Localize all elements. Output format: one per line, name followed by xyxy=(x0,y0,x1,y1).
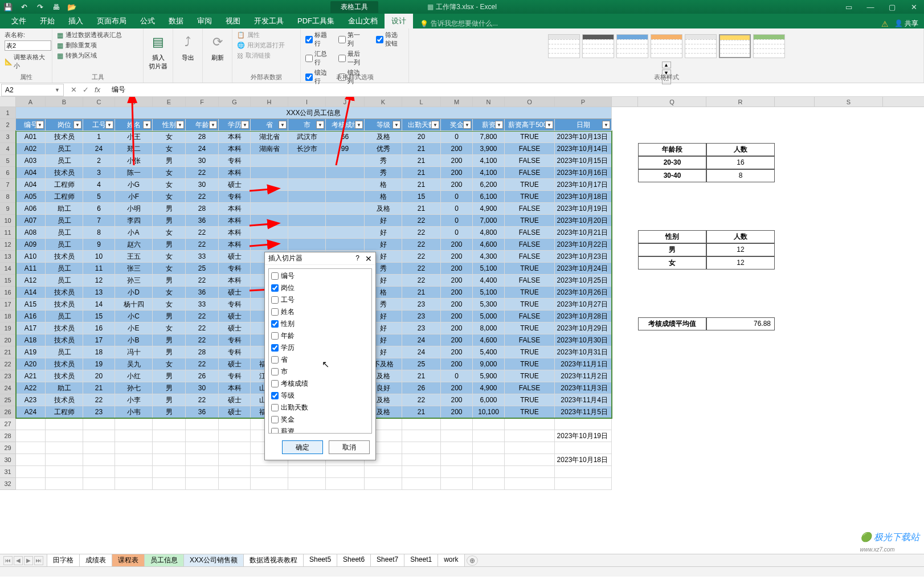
table-header-cell[interactable]: 姓名▼ xyxy=(115,119,153,131)
table-cell[interactable]: 21 xyxy=(402,370,441,382)
row-header[interactable]: 24 xyxy=(0,382,16,394)
table-cell[interactable]: A07 xyxy=(16,215,46,227)
table-cell[interactable]: 李四 xyxy=(115,215,153,227)
table-cell[interactable]: 21 xyxy=(402,143,441,155)
table-cell[interactable]: 28 xyxy=(186,131,219,143)
sheet-tab[interactable]: 员工信息 xyxy=(144,554,184,567)
table-cell[interactable]: TRUE xyxy=(505,191,555,203)
table-cell[interactable]: 小C xyxy=(115,311,153,322)
table-header-cell[interactable]: 年龄▼ xyxy=(186,119,219,131)
resize-table-button[interactable]: 📐 调整表格大小 xyxy=(5,53,47,70)
row-header[interactable]: 13 xyxy=(0,251,16,263)
table-cell[interactable]: 200 xyxy=(441,394,473,406)
table-cell[interactable]: 格 xyxy=(365,191,402,203)
qat-redo-icon[interactable]: ↷ xyxy=(34,1,46,13)
filter-dropdown-icon[interactable]: ▼ xyxy=(209,121,217,129)
table-cell[interactable]: 硕士 xyxy=(219,406,251,418)
ribbon-options-icon[interactable]: ▭ xyxy=(839,0,859,14)
table-cell[interactable]: A23 xyxy=(16,394,46,406)
table-cell[interactable]: 6,200 xyxy=(473,179,505,191)
table-cell[interactable]: 19 xyxy=(83,358,115,370)
table-header-cell[interactable]: 考核成绩▼ xyxy=(326,119,365,131)
filter-dropdown-icon[interactable]: ▼ xyxy=(73,121,81,129)
table-cell[interactable] xyxy=(288,227,326,239)
table-cell[interactable]: 小韦 xyxy=(115,406,153,418)
table-cell[interactable]: 员工 xyxy=(46,263,83,275)
table-cell[interactable]: 小G xyxy=(115,179,153,191)
table-cell[interactable]: 0 xyxy=(441,203,473,215)
table-cell[interactable]: 22 xyxy=(186,334,219,346)
table-cell[interactable]: 13 xyxy=(83,287,115,299)
table-cell[interactable]: 10 xyxy=(83,251,115,263)
table-cell[interactable]: 21 xyxy=(402,167,441,179)
table-cell[interactable]: 专科 xyxy=(219,155,251,167)
table-cell[interactable]: 200 xyxy=(441,382,473,394)
table-header-cell[interactable]: 编号▼ xyxy=(16,119,46,131)
table-cell[interactable]: 4,800 xyxy=(473,227,505,239)
slicer-field-row[interactable]: 薪资 xyxy=(270,426,370,434)
table-cell[interactable]: 4,600 xyxy=(473,334,505,346)
col-header[interactable]: L xyxy=(402,97,441,107)
table-cell[interactable]: 女 xyxy=(153,299,186,311)
table-cell[interactable]: FALSE xyxy=(505,275,555,287)
accept-formula-icon[interactable]: ✓ xyxy=(83,85,89,94)
qat-undo-icon[interactable]: ↶ xyxy=(18,1,30,13)
table-cell[interactable]: 好 xyxy=(365,227,402,239)
table-cell[interactable] xyxy=(326,191,365,203)
add-sheet-button[interactable]: ⊕ xyxy=(467,556,478,566)
opt-filter-button[interactable]: 筛选按钮 xyxy=(376,31,404,48)
row-header[interactable]: 20 xyxy=(0,334,16,346)
table-cell[interactable]: A08 xyxy=(16,227,46,239)
table-cell[interactable]: 22 xyxy=(402,263,441,275)
table-cell[interactable]: 12 xyxy=(83,275,115,287)
minimize-icon[interactable]: — xyxy=(860,0,881,14)
table-cell[interactable]: 硕士 xyxy=(219,287,251,299)
ribbon-tab[interactable]: 公式 xyxy=(133,14,162,28)
table-cell[interactable]: 22 xyxy=(186,322,219,334)
sheet-tab[interactable]: Sheet6 xyxy=(337,554,371,567)
table-cell[interactable]: 本科 xyxy=(219,131,251,143)
table-cell[interactable]: 女 xyxy=(153,131,186,143)
table-cell[interactable]: 2023年10月13日 xyxy=(555,131,612,143)
col-header[interactable]: D xyxy=(115,97,153,107)
slicer-field-row[interactable]: 姓名 xyxy=(270,306,370,318)
ribbon-tab[interactable]: 数据 xyxy=(162,14,190,28)
table-cell[interactable] xyxy=(326,155,365,167)
table-cell[interactable]: 专科 xyxy=(219,191,251,203)
table-header-cell[interactable]: 薪资高于5000▼ xyxy=(505,119,555,131)
table-cell[interactable]: 员工 xyxy=(46,227,83,239)
table-cell[interactable]: 30 xyxy=(186,382,219,394)
table-cell[interactable]: 22 xyxy=(186,191,219,203)
table-cell[interactable]: 专科 xyxy=(219,334,251,346)
row-header[interactable]: 16 xyxy=(0,287,16,299)
table-cell[interactable]: 2023年10月17日 xyxy=(555,179,612,191)
table-cell[interactable]: 24 xyxy=(83,143,115,155)
table-cell[interactable]: 24 xyxy=(402,346,441,358)
table-cell[interactable]: 21 xyxy=(402,203,441,215)
qat-print-icon[interactable]: 🖶 xyxy=(50,1,62,13)
opt-last-col[interactable]: 最后一列 xyxy=(338,50,366,67)
table-style-thumb[interactable] xyxy=(582,34,614,58)
table-cell[interactable]: 5,100 xyxy=(473,263,505,275)
table-cell[interactable]: 22 xyxy=(402,251,441,263)
table-cell[interactable]: TRUE xyxy=(505,287,555,299)
table-cell[interactable]: 员工 xyxy=(46,155,83,167)
table-cell[interactable]: 200 xyxy=(441,406,473,418)
col-header[interactable]: E xyxy=(153,97,186,107)
col-header[interactable]: K xyxy=(365,97,402,107)
table-cell[interactable]: 25 xyxy=(186,263,219,275)
row-header[interactable]: 3 xyxy=(0,131,16,143)
table-cell[interactable]: 200 xyxy=(441,311,473,322)
filter-dropdown-icon[interactable]: ▼ xyxy=(602,121,610,129)
table-cell[interactable]: 冯十 xyxy=(115,346,153,358)
table-cell[interactable]: 男 xyxy=(153,346,186,358)
opt-first-col[interactable]: 第一列 xyxy=(338,31,366,48)
row-header[interactable]: 17 xyxy=(0,299,16,311)
table-cell[interactable]: 郑二 xyxy=(115,143,153,155)
table-cell[interactable]: 200 xyxy=(441,167,473,179)
table-cell[interactable]: TRUE xyxy=(505,370,555,382)
table-cell[interactable]: TRUE xyxy=(505,322,555,334)
table-cell[interactable]: 员工 xyxy=(46,215,83,227)
table-cell[interactable]: 及格 xyxy=(365,131,402,143)
table-cell[interactable]: 技术员 xyxy=(46,299,83,311)
